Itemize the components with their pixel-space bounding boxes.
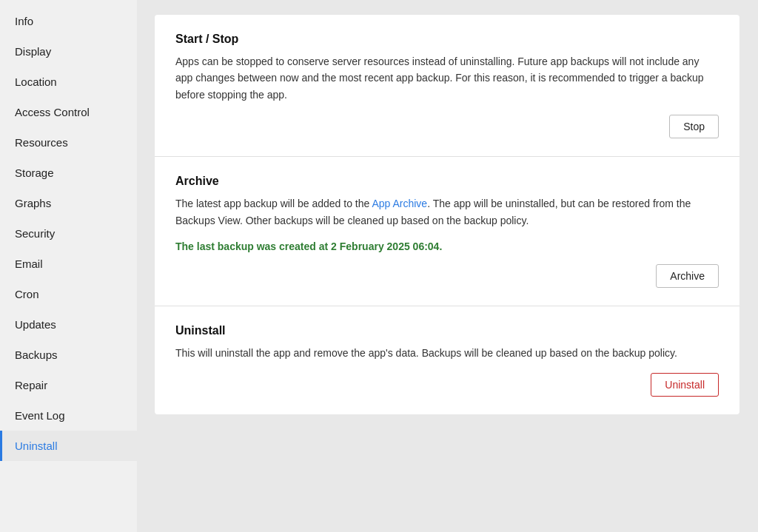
main-content: Start / Stop Apps can be stopped to cons… xyxy=(137,0,758,532)
content-card: Start / Stop Apps can be stopped to cons… xyxy=(155,15,739,414)
start-stop-title: Start / Stop xyxy=(175,33,719,46)
sidebar-item-access-control[interactable]: Access Control xyxy=(0,97,137,127)
sidebar-item-info[interactable]: Info xyxy=(0,6,137,36)
sidebar-item-cron[interactable]: Cron xyxy=(0,279,137,309)
app-archive-link[interactable]: App Archive xyxy=(372,198,427,209)
uninstall-title: Uninstall xyxy=(175,324,719,337)
archive-button-row: Archive xyxy=(175,264,719,288)
start-stop-button-row: Stop xyxy=(175,115,719,138)
sidebar-item-uninstall[interactable]: Uninstall xyxy=(0,431,137,461)
sidebar-item-email[interactable]: Email xyxy=(0,249,137,279)
sidebar-item-location[interactable]: Location xyxy=(0,67,137,97)
sidebar-item-graphs[interactable]: Graphs xyxy=(0,188,137,218)
sidebar-item-security[interactable]: Security xyxy=(0,218,137,249)
uninstall-description: This will uninstall the app and remove t… xyxy=(175,345,719,361)
archive-section: Archive The latest app backup will be ad… xyxy=(155,157,739,306)
archive-title: Archive xyxy=(175,175,719,188)
sidebar-item-resources[interactable]: Resources xyxy=(0,127,137,158)
uninstall-button-row: Uninstall xyxy=(175,373,719,397)
sidebar-item-updates[interactable]: Updates xyxy=(0,309,137,340)
uninstall-section: Uninstall This will uninstall the app an… xyxy=(155,306,739,414)
uninstall-button[interactable]: Uninstall xyxy=(651,373,719,397)
sidebar-item-repair[interactable]: Repair xyxy=(0,370,137,400)
archive-desc-before: The latest app backup will be added to t… xyxy=(175,198,372,209)
sidebar-item-display[interactable]: Display xyxy=(0,36,137,67)
sidebar-item-backups[interactable]: Backups xyxy=(0,340,137,370)
archive-button[interactable]: Archive xyxy=(656,264,719,288)
sidebar-item-event-log[interactable]: Event Log xyxy=(0,400,137,431)
sidebar: InfoDisplayLocationAccess ControlResourc… xyxy=(0,0,137,532)
start-stop-description: Apps can be stopped to conserve server r… xyxy=(175,53,719,103)
stop-button[interactable]: Stop xyxy=(669,115,719,138)
archive-description: The latest app backup will be added to t… xyxy=(175,195,719,229)
start-stop-section: Start / Stop Apps can be stopped to cons… xyxy=(155,15,739,157)
sidebar-item-storage[interactable]: Storage xyxy=(0,158,137,188)
backup-status: The last backup was created at 2 Februar… xyxy=(175,240,719,252)
